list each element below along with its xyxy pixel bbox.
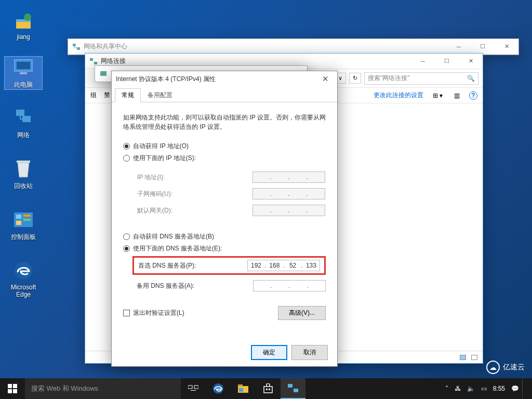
tray-clock[interactable]: 8:55 xyxy=(490,385,508,392)
close-button[interactable]: ✕ xyxy=(495,39,518,55)
desktop-icon-label: 回收站 xyxy=(14,182,33,190)
cancel-button[interactable]: 取消 xyxy=(291,345,328,360)
taskbar-app-explorer[interactable] xyxy=(231,378,256,399)
svg-rect-17 xyxy=(90,58,93,61)
advanced-button[interactable]: 高级(V)... xyxy=(278,306,326,320)
svg-rect-35 xyxy=(294,389,298,392)
subnet-mask-input: ... xyxy=(252,188,325,200)
dialog-ipv4-properties[interactable]: Internet 协议版本 4 (TCP/IPv4) 属性 ✕ 常规 备用配置 … xyxy=(111,71,338,367)
taskbar: 搜索 Web 和 Windows ˄ 🖧 🔈 ▭ 8:55 💬 xyxy=(0,378,532,399)
svg-rect-34 xyxy=(288,384,292,388)
taskbar-search-input[interactable]: 搜索 Web 和 Windows xyxy=(25,378,181,399)
svg-rect-18 xyxy=(94,62,97,64)
tray-network-icon[interactable]: 🖧 xyxy=(451,385,464,392)
network-connections-icon xyxy=(89,57,98,65)
tray-notifications-icon[interactable]: 💬 xyxy=(508,385,522,392)
cloud-icon: ☁ xyxy=(486,361,500,374)
desktop-icon-label: jiang xyxy=(17,33,30,41)
ip-address-input: ... xyxy=(252,171,325,183)
svg-rect-20 xyxy=(8,384,12,388)
desktop-icon-this-pc[interactable]: 此电脑 xyxy=(4,56,43,90)
field-subnet-mask: 子网掩码(U): ... xyxy=(137,188,325,200)
help-button[interactable]: ? xyxy=(469,91,477,100)
close-button[interactable]: ✕ xyxy=(313,71,337,87)
svg-rect-0 xyxy=(16,21,31,29)
network-center-icon xyxy=(72,43,81,51)
start-button[interactable] xyxy=(0,378,25,399)
toolbar-organize[interactable]: 组 xyxy=(90,91,97,100)
radio-dot-icon xyxy=(123,233,130,240)
show-desktop-button[interactable] xyxy=(522,378,529,399)
minimize-button[interactable]: ─ xyxy=(411,54,435,69)
svg-rect-21 xyxy=(13,384,17,388)
svg-rect-33 xyxy=(269,389,270,390)
svg-rect-5 xyxy=(20,72,27,74)
field-alt-dns: 备用 DNS 服务器(A): ... xyxy=(137,280,326,291)
desktop-icon-label: 网络 xyxy=(17,131,30,139)
svg-rect-4 xyxy=(17,62,30,69)
alternate-dns-input[interactable]: ... xyxy=(253,280,326,291)
window-title: 网络和共享中心 xyxy=(84,42,127,51)
svg-rect-19 xyxy=(100,71,107,76)
watermark: ☁ 亿速云 xyxy=(486,361,525,374)
svg-rect-13 xyxy=(16,221,21,225)
task-view-button[interactable] xyxy=(181,378,206,399)
view-details[interactable] xyxy=(471,355,477,360)
view-large-icons[interactable] xyxy=(460,355,466,360)
maximize-button[interactable]: ☐ xyxy=(435,54,459,69)
desktop-icon-recycle-bin[interactable]: 回收站 xyxy=(4,158,43,191)
field-ip-address: IP 地址(I): ... xyxy=(137,171,325,183)
checkbox-validate-on-exit[interactable]: 退出时验证设置(L) xyxy=(123,309,184,317)
svg-rect-12 xyxy=(23,219,31,221)
svg-rect-26 xyxy=(191,390,196,391)
svg-rect-22 xyxy=(8,389,12,393)
toolbar-disable[interactable]: 禁 xyxy=(104,91,110,100)
radio-use-ip[interactable]: 使用下面的 IP 地址(S): xyxy=(123,154,326,163)
desktop-icon-control-panel[interactable]: 控制面板 xyxy=(4,209,43,242)
tab-strip: 常规 备用配置 xyxy=(112,88,337,102)
svg-rect-23 xyxy=(13,389,17,393)
view-icons-button[interactable]: ⊞ ▾ xyxy=(431,92,445,99)
radio-dot-icon xyxy=(123,245,130,252)
tray-ime-icon[interactable]: ▭ xyxy=(478,385,490,392)
svg-point-2 xyxy=(24,14,31,21)
window-title: 网络连接 xyxy=(101,57,126,65)
default-gateway-input: ... xyxy=(252,205,325,216)
svg-rect-24 xyxy=(188,385,192,389)
tray-volume-icon[interactable]: 🔈 xyxy=(464,385,478,392)
desktop-icon-edge[interactable]: Microsoft Edge xyxy=(4,260,43,298)
preferred-dns-input[interactable]: 192. 168. 52. 133 xyxy=(247,260,320,271)
radio-dot-icon xyxy=(123,143,130,150)
ethernet-icon xyxy=(99,70,108,78)
minimize-button[interactable]: ─ xyxy=(447,39,471,55)
dialog-title: Internet 协议版本 4 (TCP/IPv4) 属性 xyxy=(116,75,216,84)
desktop-icon-network[interactable]: 网络 xyxy=(4,107,43,140)
ok-button[interactable]: 确定 xyxy=(251,345,287,360)
desktop-icon-label: Microsoft Edge xyxy=(11,284,36,298)
checkbox-icon xyxy=(123,310,130,316)
taskbar-app-store[interactable] xyxy=(256,378,281,399)
close-button[interactable]: ✕ xyxy=(459,54,483,69)
tab-alternate[interactable]: 备用配置 xyxy=(141,88,179,102)
taskbar-app-network-connections[interactable] xyxy=(281,378,305,399)
svg-rect-15 xyxy=(73,44,76,46)
toolbar-change-settings[interactable]: 更改此连接的设置 xyxy=(374,91,423,100)
radio-dot-icon xyxy=(123,155,130,162)
desktop-icon-user[interactable]: jiang xyxy=(4,9,43,41)
search-input[interactable]: 搜索"网络连接" 🔍 xyxy=(364,72,478,85)
view-details-button[interactable]: ▥ xyxy=(452,92,462,99)
svg-rect-31 xyxy=(264,387,272,393)
svg-rect-25 xyxy=(194,385,198,389)
svg-rect-11 xyxy=(23,215,31,217)
description-text: 如果网络支持此功能，则可以获取自动指派的 IP 设置。否则，你需要从网络系统管理… xyxy=(123,113,326,131)
refresh-button[interactable]: ↻ xyxy=(349,73,361,84)
radio-auto-ip[interactable]: 自动获得 IP 地址(O) xyxy=(123,142,326,151)
radio-use-dns[interactable]: 使用下面的 DNS 服务器地址(E): xyxy=(123,244,326,253)
taskbar-app-edge[interactable] xyxy=(206,378,231,399)
tray-chevron-up-icon[interactable]: ˄ xyxy=(442,385,451,392)
tab-general[interactable]: 常规 xyxy=(115,88,141,102)
svg-rect-6 xyxy=(16,110,24,116)
maximize-button[interactable]: ☐ xyxy=(471,39,495,55)
radio-auto-dns[interactable]: 自动获得 DNS 服务器地址(B) xyxy=(123,232,326,241)
field-default-gateway: 默认网关(D): ... xyxy=(137,205,325,216)
